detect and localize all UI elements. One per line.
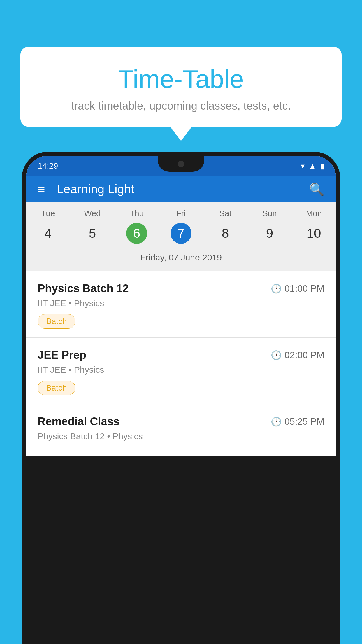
schedule-item-title-0: Physics Batch 12 — [38, 282, 129, 295]
schedule-item-0[interactable]: Physics Batch 12 🕐 01:00 PM IIT JEE • Ph… — [26, 271, 336, 338]
day-number-6[interactable]: 6 — [115, 223, 159, 244]
schedule-item-title-1: JEE Prep — [38, 349, 86, 361]
tooltip-card: Time-Table track timetable, upcoming cla… — [20, 47, 342, 127]
app-title: Learning Light — [57, 182, 309, 196]
day-numbers-row: 45678910 — [26, 220, 336, 250]
phone-frame: 14:29 ▾ ▲ ▮ ≡ Learning Light 🔍 TueWedThu… — [22, 152, 340, 644]
tooltip-title: Time-Table — [38, 64, 324, 94]
day-name-sat: Sat — [203, 209, 247, 218]
day-number-7[interactable]: 7 — [159, 223, 203, 244]
schedule-item-header-2: Remedial Class 🕐 05:25 PM — [38, 415, 324, 428]
schedule-item-title-2: Remedial Class — [38, 415, 120, 428]
batch-tag-1: Batch — [38, 381, 75, 395]
schedule-list: Physics Batch 12 🕐 01:00 PM IIT JEE • Ph… — [26, 271, 336, 456]
day-number-10[interactable]: 10 — [292, 223, 336, 244]
hamburger-icon[interactable]: ≡ — [38, 183, 45, 196]
schedule-item-2[interactable]: Remedial Class 🕐 05:25 PM Physics Batch … — [26, 404, 336, 456]
schedule-item-time-0: 🕐 01:00 PM — [271, 283, 324, 294]
day-name-tue: Tue — [26, 209, 70, 218]
search-icon[interactable]: 🔍 — [309, 182, 324, 197]
day-number-4[interactable]: 4 — [26, 223, 70, 244]
day-name-wed: Wed — [70, 209, 115, 218]
schedule-item-time-2: 🕐 05:25 PM — [271, 416, 324, 427]
day-name-mon: Mon — [292, 209, 336, 218]
schedule-item-subtitle-1: IIT JEE • Physics — [38, 365, 324, 375]
day-name-fri: Fri — [159, 209, 203, 218]
day-names-row: TueWedThuFriSatSunMon — [26, 202, 336, 220]
day-name-thu: Thu — [115, 209, 159, 218]
schedule-item-1[interactable]: JEE Prep 🕐 02:00 PM IIT JEE • Physics Ba… — [26, 338, 336, 404]
status-icons: ▾ ▲ ▮ — [301, 162, 324, 171]
clock-icon-2: 🕐 — [271, 416, 282, 427]
day-number-9[interactable]: 9 — [247, 223, 292, 244]
day-name-sun: Sun — [247, 209, 292, 218]
schedule-item-subtitle-2: Physics Batch 12 • Physics — [38, 431, 324, 441]
phone-inner: 14:29 ▾ ▲ ▮ ≡ Learning Light 🔍 TueWedThu… — [26, 156, 336, 456]
clock-icon-1: 🕐 — [271, 350, 282, 360]
status-time: 14:29 — [38, 161, 58, 171]
day-number-5[interactable]: 5 — [70, 223, 115, 244]
calendar-section: TueWedThuFriSatSunMon 45678910 Friday, 0… — [26, 202, 336, 271]
schedule-item-time-1: 🕐 02:00 PM — [271, 350, 324, 360]
wifi-icon: ▾ — [301, 162, 305, 171]
schedule-item-subtitle-0: IIT JEE • Physics — [38, 298, 324, 308]
camera — [178, 161, 184, 167]
app-header: ≡ Learning Light 🔍 — [26, 176, 336, 202]
signal-icon: ▲ — [309, 162, 316, 171]
batch-tag-0: Batch — [38, 314, 75, 329]
notch — [158, 156, 204, 172]
selected-date-label: Friday, 07 June 2019 — [26, 250, 336, 268]
tooltip-subtitle: track timetable, upcoming classes, tests… — [38, 100, 324, 112]
status-bar: 14:29 ▾ ▲ ▮ — [26, 156, 336, 176]
schedule-item-header-0: Physics Batch 12 🕐 01:00 PM — [38, 282, 324, 295]
battery-icon: ▮ — [320, 162, 324, 171]
schedule-item-header-1: JEE Prep 🕐 02:00 PM — [38, 349, 324, 361]
day-number-8[interactable]: 8 — [203, 223, 247, 244]
clock-icon-0: 🕐 — [271, 284, 282, 294]
